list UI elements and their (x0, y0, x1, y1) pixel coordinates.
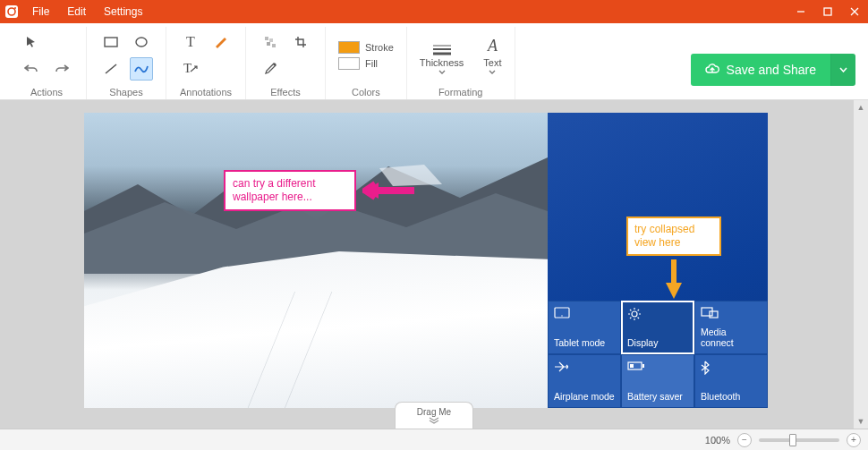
action-center-tiles: Tablet mode Display Media connect Airpla… (548, 301, 768, 408)
tile-tablet-mode[interactable]: Tablet mode (548, 301, 621, 354)
scroll-down-button[interactable]: ▼ (854, 414, 868, 429)
zoom-out-button[interactable]: − (737, 433, 752, 447)
save-share-dropdown[interactable] (830, 54, 855, 86)
app-logo (0, 0, 23, 23)
color-picker-tool[interactable] (259, 57, 282, 81)
editor-canvas[interactable]: can try a different wallpaper here... tr… (84, 113, 768, 408)
text-format-label: Text (483, 57, 501, 68)
stroke-label: Stroke (365, 42, 394, 53)
svg-rect-11 (269, 38, 273, 42)
svg-line-29 (630, 318, 631, 318)
text-format-dropdown[interactable]: A Text (483, 36, 501, 74)
pixelate-tool[interactable] (259, 30, 282, 54)
pen-tool[interactable] (209, 30, 233, 54)
group-label: Actions (30, 83, 63, 99)
svg-rect-18 (377, 187, 414, 194)
undo-button[interactable] (20, 57, 43, 81)
text-arrow-tool[interactable]: T (179, 57, 202, 81)
tile-media-connect[interactable]: Media connect (694, 301, 768, 354)
menu-file[interactable]: File (23, 0, 58, 23)
group-label: Formating (438, 83, 483, 99)
chevron-down-icon (489, 70, 496, 74)
window-controls (787, 0, 868, 23)
close-button[interactable] (841, 0, 868, 23)
ribbon-group-formating: Thickness A Text Formating (407, 27, 515, 99)
tile-label: Tablet mode (554, 337, 615, 348)
svg-rect-4 (824, 8, 831, 15)
svg-point-21 (561, 315, 562, 316)
tile-label: Bluetooth (701, 391, 762, 402)
crop-tool[interactable] (289, 30, 312, 54)
canvas-area: can try a different wallpaper here... tr… (0, 100, 868, 429)
tile-airplane-mode[interactable]: Airplane mode (548, 354, 621, 408)
svg-line-30 (638, 310, 639, 310)
svg-line-28 (638, 318, 639, 318)
line-tool[interactable] (99, 57, 123, 81)
brightness-icon (627, 307, 688, 323)
annotation-callout-orange[interactable]: try collapsed view here (626, 217, 721, 256)
save-share-button-group: Save and Share (691, 54, 855, 86)
tile-label: Display (627, 337, 688, 348)
bluetooth-icon (701, 361, 762, 377)
svg-point-8 (136, 38, 147, 47)
annotation-callout-pink[interactable]: can try a different wallpaper here... (224, 170, 356, 211)
main-menu: File Edit Settings (23, 0, 151, 23)
fill-label: Fill (365, 58, 378, 69)
ribbon-group-colors: Stroke Fill Colors (326, 27, 407, 99)
save-share-label: Save and Share (727, 63, 816, 77)
airplane-icon (554, 361, 615, 377)
svg-rect-12 (267, 42, 270, 46)
svg-rect-0 (5, 5, 18, 18)
group-label: Annotations (180, 83, 232, 99)
menu-edit[interactable]: Edit (58, 0, 95, 23)
svg-point-14 (274, 63, 277, 65)
vertical-scrollbar[interactable]: ▲ ▼ (854, 100, 868, 429)
screenshot-action-center-region: try collapsed view here Tablet mode Disp… (548, 113, 768, 408)
chevron-down-icon (839, 67, 847, 72)
scroll-up-button[interactable]: ▲ (854, 100, 868, 115)
curve-tool[interactable] (130, 57, 153, 81)
tile-bluetooth[interactable]: Bluetooth (694, 354, 768, 408)
svg-line-27 (630, 310, 631, 310)
zoom-slider[interactable] (759, 438, 839, 442)
svg-rect-19 (671, 259, 677, 284)
ribbon-group-shapes: Shapes (87, 27, 166, 99)
tile-label: Media connect (701, 327, 762, 348)
menu-settings[interactable]: Settings (95, 0, 151, 23)
chevron-down-icon (438, 70, 446, 74)
drag-label: Drag Me (417, 407, 451, 417)
maximize-button[interactable] (814, 0, 841, 23)
svg-point-2 (14, 7, 16, 9)
drag-handle[interactable]: Drag Me (395, 402, 473, 429)
thickness-dropdown[interactable]: Thickness (420, 36, 464, 74)
tile-display[interactable]: Display (621, 301, 694, 354)
svg-rect-32 (710, 311, 718, 318)
rect-tool[interactable] (99, 30, 123, 54)
fill-swatch[interactable] (338, 57, 360, 70)
svg-rect-13 (272, 44, 276, 47)
battery-icon (627, 361, 688, 377)
minimize-button[interactable] (787, 0, 814, 23)
save-share-button[interactable]: Save and Share (691, 54, 830, 86)
svg-rect-34 (642, 364, 644, 368)
tile-battery-saver[interactable]: Battery saver (621, 354, 694, 408)
redo-button[interactable] (50, 57, 73, 81)
text-tool[interactable]: T (179, 30, 202, 54)
zoom-percent: 100% (705, 435, 730, 446)
tablet-icon (554, 307, 615, 323)
ribbon-group-effects: Effects (246, 27, 326, 99)
group-label: Colors (352, 83, 380, 99)
chevron-double-down-icon (428, 417, 440, 424)
group-label: Effects (270, 83, 300, 99)
pointer-tool[interactable] (20, 30, 43, 54)
titlebar: File Edit Settings (0, 0, 868, 23)
zoom-thumb[interactable] (789, 434, 796, 446)
scroll-track[interactable] (854, 115, 868, 414)
statusbar: 100% − + (0, 429, 868, 450)
ribbon-toolbar: Actions Shapes T T Annotations Effects (0, 23, 868, 100)
cloud-upload-icon (705, 63, 719, 77)
zoom-in-button[interactable]: + (847, 433, 861, 447)
thickness-label: Thickness (420, 57, 464, 68)
ellipse-tool[interactable] (130, 30, 153, 54)
stroke-swatch[interactable] (338, 41, 360, 54)
